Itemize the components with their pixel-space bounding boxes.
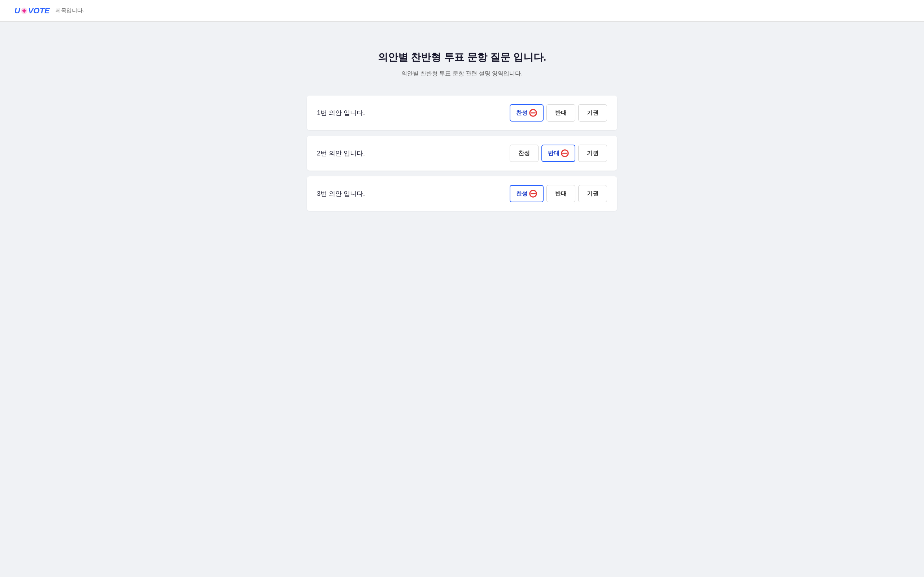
- logo-u: U: [15, 6, 20, 16]
- vote-item-2: 2번 의안 입니다. 찬성 반대 기권: [307, 136, 617, 171]
- logo-heart-icon: [21, 7, 28, 15]
- vote-item-1-label: 1번 의안 입니다.: [317, 108, 365, 117]
- vote-list: 1번 의안 입니다. 찬성 반대 기권: [307, 95, 617, 211]
- vote-item-2-abstain[interactable]: 기권: [578, 145, 607, 162]
- vote-item-3-buttons: 찬성 반대 기권: [510, 185, 607, 202]
- vote-item-1-approve[interactable]: 찬성: [510, 104, 544, 121]
- vote-item-3-approve[interactable]: 찬성: [510, 185, 544, 202]
- vote-item-2-buttons: 찬성 반대 기권: [510, 145, 607, 162]
- question-description: 의안별 찬반형 투표 문항 관련 설명 영역입니다.: [307, 70, 617, 77]
- vote-item-2-approve[interactable]: 찬성: [510, 145, 538, 162]
- main-content: 의안별 찬반형 투표 문항 질문 입니다. 의안별 찬반형 투표 문항 관련 설…: [300, 22, 624, 226]
- vote-item-2-label: 2번 의안 입니다.: [317, 149, 365, 158]
- vote-item-3-oppose[interactable]: 반대: [546, 185, 575, 202]
- question-title: 의안별 찬반형 투표 문항 질문 입니다.: [307, 50, 617, 64]
- vote-item-1: 1번 의안 입니다. 찬성 반대 기권: [307, 95, 617, 130]
- vote-item-3-label: 3번 의안 입니다.: [317, 189, 365, 198]
- logo-icon: U VOTE: [15, 6, 50, 16]
- selected-approve-icon-1: [529, 109, 537, 117]
- selected-approve-icon-3: [529, 190, 537, 198]
- header-title: 제목입니다.: [56, 7, 84, 14]
- logo-container: U VOTE 제목입니다.: [15, 6, 84, 16]
- logo-vote: VOTE: [28, 6, 50, 16]
- header: U VOTE 제목입니다.: [0, 0, 924, 22]
- vote-item-1-buttons: 찬성 반대 기권: [510, 104, 607, 121]
- vote-item-1-abstain[interactable]: 기권: [578, 104, 607, 121]
- vote-item-2-oppose[interactable]: 반대: [541, 145, 575, 162]
- vote-item-3: 3번 의안 입니다. 찬성 반대 기권: [307, 176, 617, 211]
- selected-oppose-icon-2: [561, 149, 569, 157]
- vote-item-1-oppose[interactable]: 반대: [546, 104, 575, 121]
- vote-item-3-abstain[interactable]: 기권: [578, 185, 607, 202]
